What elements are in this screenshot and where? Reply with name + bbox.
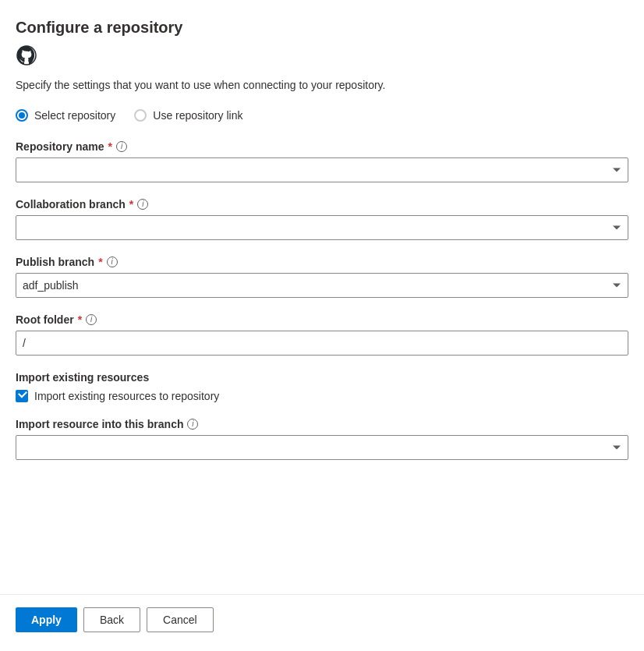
repository-name-required: * (108, 140, 112, 153)
collaboration-branch-field: Collaboration branch * i (16, 198, 628, 240)
page-container: Configure a repository Specify the setti… (0, 0, 644, 651)
back-button[interactable]: Back (83, 607, 140, 632)
repository-name-label-text: Repository name (16, 140, 104, 153)
footer-buttons: Apply Back Cancel (16, 607, 628, 651)
import-branch-dropdown[interactable] (16, 435, 628, 460)
import-branch-label: Import resource into this branch i (16, 418, 628, 430)
publish-branch-required: * (98, 256, 102, 268)
collaboration-branch-dropdown-wrapper (16, 215, 628, 240)
publish-branch-dropdown[interactable]: adf_publish (16, 273, 628, 298)
collaboration-branch-dropdown[interactable] (16, 215, 628, 240)
publish-branch-field: Publish branch * i adf_publish (16, 256, 628, 298)
import-resources-label: Import existing resources (16, 371, 628, 384)
repository-name-info-icon[interactable]: i (116, 141, 127, 152)
apply-button[interactable]: Apply (16, 607, 77, 632)
root-folder-info-icon[interactable]: i (86, 314, 97, 325)
radio-use-link-input[interactable] (134, 109, 147, 122)
import-branch-label-text: Import resource into this branch (16, 418, 183, 430)
content-area: Configure a repository Specify the setti… (16, 19, 628, 594)
page-title: Configure a repository (16, 19, 628, 37)
import-resources-checkbox-label: Import existing resources to repository (34, 390, 219, 402)
radio-select-repository-input[interactable] (16, 109, 28, 122)
root-folder-field: Root folder * i (16, 313, 628, 356)
radio-select-repository-label: Select repository (34, 109, 115, 122)
import-resources-checkbox-option[interactable]: Import existing resources to repository (16, 390, 628, 402)
publish-branch-label: Publish branch * i (16, 256, 628, 268)
radio-group: Select repository Use repository link (16, 109, 628, 122)
collaboration-branch-required: * (129, 198, 133, 211)
radio-use-link[interactable]: Use repository link (134, 109, 242, 122)
import-branch-info-icon[interactable]: i (187, 419, 198, 430)
publish-branch-label-text: Publish branch (16, 256, 94, 268)
description-text: Specify the settings that you want to us… (16, 78, 628, 94)
root-folder-required: * (78, 313, 82, 326)
root-folder-label: Root folder * i (16, 313, 628, 326)
collaboration-branch-info-icon[interactable]: i (137, 199, 148, 210)
radio-select-repository[interactable]: Select repository (16, 109, 115, 122)
collaboration-branch-label: Collaboration branch * i (16, 198, 628, 211)
footer-divider (0, 594, 644, 595)
import-branch-dropdown-wrapper (16, 435, 628, 460)
github-icon (16, 44, 628, 69)
import-branch-field: Import resource into this branch i (16, 418, 628, 460)
repository-name-label: Repository name * i (16, 140, 628, 153)
cancel-button[interactable]: Cancel (147, 607, 214, 632)
collaboration-branch-label-text: Collaboration branch (16, 198, 126, 211)
publish-branch-dropdown-wrapper: adf_publish (16, 273, 628, 298)
repository-name-field: Repository name * i (16, 140, 628, 182)
publish-branch-info-icon[interactable]: i (107, 257, 118, 267)
import-resources-group: Import existing resources Import existin… (16, 371, 628, 402)
root-folder-label-text: Root folder (16, 313, 74, 326)
radio-use-link-label: Use repository link (153, 109, 242, 122)
root-folder-input[interactable] (16, 331, 628, 356)
repository-name-dropdown-wrapper (16, 157, 628, 182)
import-resources-checkbox[interactable] (16, 390, 28, 402)
repository-name-dropdown[interactable] (16, 157, 628, 182)
